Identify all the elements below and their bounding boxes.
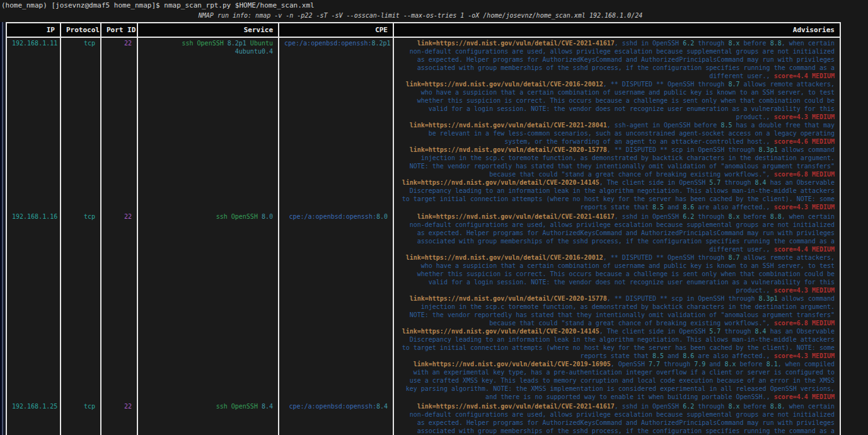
- advisory-entry: link=https://nvd.nist.gov/vuln/detail/CV…: [399, 212, 835, 253]
- advisory-score: score=4.3 MEDIUM: [774, 113, 835, 120]
- table-row: 192.168.1.16tcp22ssh OpenSSH 8.0cpe:/a:o…: [6, 211, 840, 401]
- advisory-score: score=4.3 MEDIUM: [774, 204, 835, 211]
- cell-port-id: 22: [101, 37, 137, 211]
- advisory-link[interactable]: link=https://nvd.nist.gov/vuln/detail/CV…: [410, 146, 607, 153]
- advisory-score: score=6.8 MEDIUM: [774, 320, 835, 327]
- terminal-left-gutter: [0, 22, 6, 435]
- header-service: Service: [137, 23, 279, 37]
- cell-ip: 192.168.1.11: [6, 37, 61, 211]
- header-protocol: Protocol: [61, 23, 101, 37]
- scan-results-table: IP Protocol Port ID Service CPE Advisori…: [6, 22, 841, 435]
- cell-port-id: 22: [101, 211, 137, 401]
- advisory-link[interactable]: link=https://nvd.nist.gov/vuln/detail/CV…: [410, 122, 607, 129]
- cell-protocol: tcp: [61, 211, 101, 401]
- advisory-entry: link=https://nvd.nist.gov/vuln/detail/CV…: [399, 146, 835, 178]
- cell-cpe: cpe:/a:openbsd:openssh:8.4: [279, 401, 393, 435]
- advisory-link[interactable]: link=https://nvd.nist.gov/vuln/detail/CV…: [406, 81, 603, 88]
- nmap-run-info: NMAP run info: nmap -v -n -p22 -sT -sV -…: [0, 10, 841, 22]
- cell-port-id: 22: [101, 401, 137, 435]
- cell-advisories: link=https://nvd.nist.gov/vuln/detail/CV…: [393, 37, 840, 211]
- advisory-entry: link=https://nvd.nist.gov/vuln/detail/CV…: [399, 253, 835, 294]
- advisory-score: score=6.8 MEDIUM: [774, 171, 835, 178]
- advisory-link[interactable]: link=https://nvd.nist.gov/vuln/detail/CV…: [402, 328, 599, 335]
- advisory-score: score=4.6 MEDIUM: [774, 138, 835, 145]
- advisory-score: score=4.4 MEDIUM: [774, 246, 835, 253]
- header-ip: IP: [6, 23, 61, 37]
- advisory-link[interactable]: link=https://nvd.nist.gov/vuln/detail/CV…: [406, 254, 603, 261]
- header-advisories: Advisories: [393, 23, 840, 37]
- advisory-entry: link=https://nvd.nist.gov/vuln/detail/CV…: [399, 327, 835, 360]
- cell-ip: 192.168.1.25: [6, 401, 61, 435]
- cell-cpe: cpe:/a:openbsd:openssh:8.0: [279, 211, 393, 401]
- advisory-entry: link=https://nvd.nist.gov/vuln/detail/CV…: [399, 39, 835, 80]
- terminal-screen: (home_nmap) [josevnz@dmaf5 home_nmap]$ n…: [0, 0, 868, 435]
- advisory-score: score=4.3 MEDIUM: [774, 352, 835, 359]
- cell-cpe: cpe:/a:openbsd:openssh:8.2p1: [279, 37, 393, 211]
- cell-service: ssh OpenSSH 8.0: [137, 211, 279, 401]
- cell-protocol: tcp: [61, 37, 101, 211]
- scan-report-area: IP Protocol Port ID Service CPE Advisori…: [0, 22, 868, 435]
- advisory-entry: link=https://nvd.nist.gov/vuln/detail/CV…: [399, 80, 835, 121]
- advisory-link[interactable]: link=https://nvd.nist.gov/vuln/detail/CV…: [410, 295, 607, 302]
- advisory-entry: link=https://nvd.nist.gov/vuln/detail/CV…: [399, 402, 835, 435]
- cell-ip: 192.168.1.16: [6, 211, 61, 401]
- advisory-link[interactable]: link=https://nvd.nist.gov/vuln/detail/CV…: [417, 403, 615, 410]
- table-row: 192.168.1.25tcp22ssh OpenSSH 8.4cpe:/a:o…: [6, 401, 840, 435]
- cell-service: ssh OpenSSH 8.4: [137, 401, 279, 435]
- advisory-score: score=4.4 MEDIUM: [774, 72, 835, 79]
- advisory-entry: link=https://nvd.nist.gov/vuln/detail/CV…: [399, 178, 835, 211]
- header-port-id: Port ID: [101, 23, 137, 37]
- advisory-entry: link=https://nvd.nist.gov/vuln/detail/CV…: [399, 294, 835, 327]
- cell-service: ssh OpenSSH 8.2p1 Ubuntu 4ubuntu0.4: [137, 37, 279, 211]
- table-header-row: IP Protocol Port ID Service CPE Advisori…: [6, 23, 840, 37]
- cell-advisories: link=https://nvd.nist.gov/vuln/detail/CV…: [393, 401, 840, 435]
- header-cpe: CPE: [279, 23, 393, 37]
- shell-prompt: (home_nmap) [josevnz@dmaf5 home_nmap]$ n…: [0, 0, 868, 10]
- advisory-entry: link=https://nvd.nist.gov/vuln/detail/CV…: [399, 360, 835, 401]
- cell-advisories: link=https://nvd.nist.gov/vuln/detail/CV…: [393, 211, 840, 401]
- advisory-score: score=4.3 MEDIUM: [774, 287, 835, 294]
- advisory-link[interactable]: link=https://nvd.nist.gov/vuln/detail/CV…: [417, 40, 615, 47]
- advisory-entry: link=https://nvd.nist.gov/vuln/detail/CV…: [399, 121, 835, 146]
- advisory-link[interactable]: link=https://nvd.nist.gov/vuln/detail/CV…: [414, 361, 611, 368]
- advisory-link[interactable]: link=https://nvd.nist.gov/vuln/detail/CV…: [402, 179, 599, 186]
- advisory-link[interactable]: link=https://nvd.nist.gov/vuln/detail/CV…: [417, 213, 615, 220]
- results-tbody: 192.168.1.11tcp22ssh OpenSSH 8.2p1 Ubunt…: [6, 37, 840, 435]
- advisory-score: score=4.4 MEDIUM: [774, 393, 835, 400]
- table-row: 192.168.1.11tcp22ssh OpenSSH 8.2p1 Ubunt…: [6, 37, 840, 211]
- cell-protocol: tcp: [61, 401, 101, 435]
